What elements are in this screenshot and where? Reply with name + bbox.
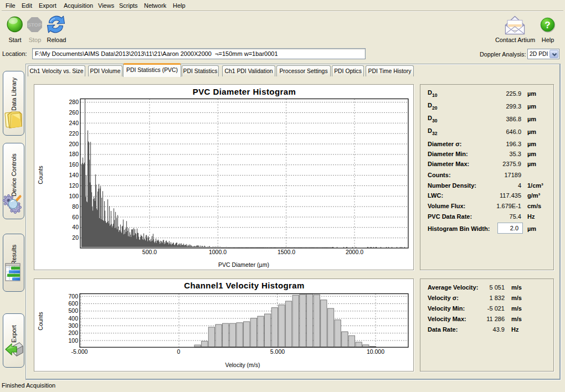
svg-text:600: 600 [68,300,78,307]
svg-text:PVC Diameter (µm): PVC Diameter (µm) [218,261,269,268]
svg-text:Counts: Counts [37,166,44,184]
svg-text:200: 200 [69,141,79,147]
svg-text:Channel1 Velocity Histogram: Channel1 Velocity Histogram [184,281,305,290]
svg-text:Counts: Counts [37,312,44,330]
svg-text:700: 700 [68,293,78,300]
svg-text:2000.0: 2000.0 [346,249,363,255]
svg-text:STOP: STOP [28,22,42,28]
svg-text:500: 500 [68,307,78,314]
svg-text:0: 0 [177,348,181,355]
svg-text:500.0: 500.0 [142,249,157,255]
svg-text:200: 200 [68,329,78,336]
svg-text:1000.0: 1000.0 [209,249,227,255]
svg-text:280: 280 [69,99,79,105]
svg-text:220: 220 [69,130,79,137]
svg-text:120: 120 [69,182,79,189]
svg-text:240: 240 [69,120,79,126]
svg-text:60: 60 [72,214,79,220]
svg-text:140: 140 [69,172,79,178]
svg-text:80: 80 [72,203,79,210]
svg-text:Velocity (m/s): Velocity (m/s) [225,362,260,368]
svg-text:1500.0: 1500.0 [278,249,295,255]
svg-text:100: 100 [68,337,78,344]
svg-text:PVC Diameter Histogram: PVC Diameter Histogram [193,87,296,96]
svg-text:?: ? [545,20,550,30]
svg-text:300: 300 [68,322,78,329]
svg-text:10.000: 10.000 [367,348,384,355]
svg-text:180: 180 [69,151,79,157]
svg-text:100: 100 [69,193,79,199]
svg-text:40: 40 [72,224,79,230]
svg-text:160: 160 [69,161,79,168]
svg-text:400: 400 [68,315,78,322]
svg-text:20: 20 [72,234,79,241]
svg-text:5.000: 5.000 [270,348,285,355]
svg-text:-5.000: -5.000 [71,348,88,355]
svg-text:260: 260 [69,109,79,116]
